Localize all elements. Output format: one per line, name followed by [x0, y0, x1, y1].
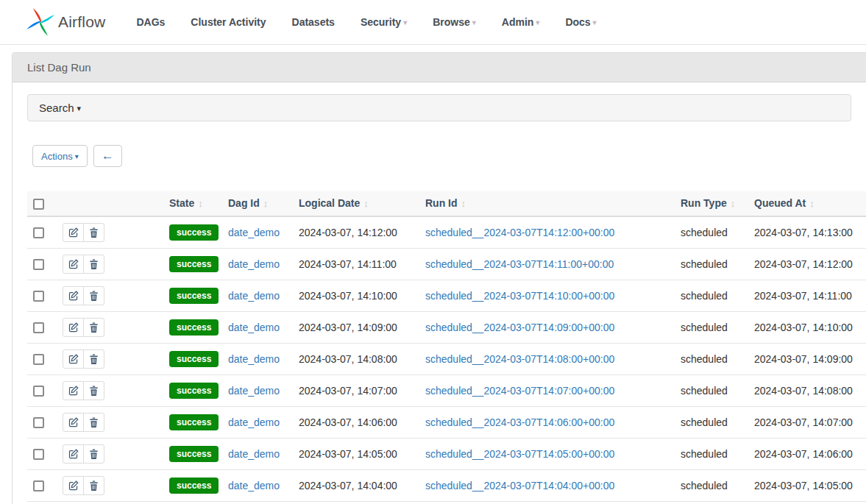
column-header-state[interactable]: State↕	[163, 191, 222, 216]
trash-icon	[89, 386, 99, 396]
run-id-link[interactable]: scheduled__2024-03-07T14:05:00+00:00	[425, 448, 614, 460]
row-checkbox[interactable]	[33, 480, 44, 491]
row-checkbox[interactable]	[33, 354, 44, 365]
state-badge: success	[169, 288, 219, 304]
edit-record-button[interactable]	[63, 381, 84, 400]
run-id-link[interactable]: scheduled__2024-03-07T14:04:00+00:00	[425, 480, 614, 491]
row-checkbox[interactable]	[33, 449, 44, 460]
row-checkbox[interactable]	[33, 259, 44, 270]
chevron-down-icon: ▾	[75, 152, 79, 160]
queued-at-value: 2024-03-07, 14:06:00	[754, 448, 853, 460]
nav-item[interactable]: Browse▾	[433, 16, 476, 28]
sort-icon[interactable]: ↕	[731, 198, 736, 209]
logical-date-value: 2024-03-07, 14:12:00	[299, 227, 397, 238]
nav-item[interactable]: Admin▾	[502, 16, 540, 28]
airflow-brand[interactable]: Airflow	[25, 7, 105, 38]
queued-at-value: 2024-03-07, 14:11:00	[754, 290, 852, 302]
delete-record-button[interactable]	[83, 476, 104, 495]
trash-icon	[89, 449, 99, 459]
panel-body: Search▾ Actions▾ ← State↕ Dag Id↕	[13, 94, 866, 504]
row-actions	[63, 286, 104, 305]
sort-icon[interactable]: ↕	[809, 198, 814, 209]
sort-icon[interactable]: ↕	[461, 198, 466, 209]
edit-icon	[68, 227, 79, 238]
edit-icon	[68, 291, 79, 301]
nav-item[interactable]: Security▾	[361, 16, 407, 28]
trash-icon	[89, 480, 99, 491]
state-badge: success	[169, 351, 219, 367]
delete-record-button[interactable]	[83, 381, 104, 400]
dag-id-link[interactable]: date_demo	[228, 385, 280, 397]
column-header-queued-at[interactable]: Queued At↕	[748, 191, 866, 216]
logical-date-value: 2024-03-07, 14:07:00	[299, 385, 397, 397]
dag-id-link[interactable]: date_demo	[228, 227, 280, 238]
state-badge: success	[169, 478, 219, 494]
run-id-link[interactable]: scheduled__2024-03-07T14:10:00+00:00	[425, 290, 614, 302]
dag-id-link[interactable]: date_demo	[228, 353, 280, 365]
top-navbar: Airflow DAGs Cluster Activity Datasets S…	[0, 0, 866, 45]
row-checkbox[interactable]	[33, 227, 44, 238]
dag-id-link[interactable]: date_demo	[228, 448, 280, 460]
trash-icon	[89, 354, 99, 364]
state-badge: success	[169, 319, 219, 336]
table-row: success date_demo 2024-03-07, 14:04:00 s…	[27, 469, 866, 501]
dag-id-link[interactable]: date_demo	[228, 290, 280, 302]
column-header-dag-id[interactable]: Dag Id↕	[222, 191, 293, 216]
sort-icon[interactable]: ↕	[198, 198, 203, 209]
delete-record-button[interactable]	[83, 318, 104, 337]
edit-record-button[interactable]	[63, 318, 84, 337]
table-row: success date_demo 2024-03-07, 14:10:00 s…	[27, 280, 866, 311]
edit-record-button[interactable]	[63, 413, 84, 432]
delete-record-button[interactable]	[83, 444, 104, 464]
edit-record-button[interactable]	[63, 349, 84, 369]
table-row: success date_demo 2024-03-07, 14:03:00 s…	[27, 501, 866, 504]
edit-record-button[interactable]	[63, 223, 84, 242]
nav-item[interactable]: Cluster Activity	[191, 16, 266, 28]
back-button[interactable]: ←	[93, 145, 122, 167]
run-id-link[interactable]: scheduled__2024-03-07T14:12:00+00:00	[425, 227, 614, 238]
run-type-value: scheduled	[681, 322, 728, 333]
column-header-run-id[interactable]: Run Id↕	[419, 191, 675, 216]
queued-at-value: 2024-03-07, 14:10:00	[754, 322, 853, 333]
run-type-value: scheduled	[681, 290, 728, 302]
actions-dropdown-button[interactable]: Actions▾	[32, 145, 88, 167]
row-checkbox[interactable]	[33, 386, 44, 397]
search-collapse-toggle[interactable]: Search▾	[27, 94, 851, 121]
nav-item[interactable]: Docs▾	[565, 16, 596, 28]
brand-name: Airflow	[58, 13, 105, 31]
dag-id-link[interactable]: date_demo	[228, 258, 280, 270]
run-id-link[interactable]: scheduled__2024-03-07T14:11:00+00:00	[425, 258, 614, 270]
select-all-checkbox[interactable]	[33, 199, 44, 210]
row-actions	[63, 349, 104, 369]
row-checkbox[interactable]	[33, 291, 44, 302]
state-badge: success	[169, 383, 219, 399]
run-id-link[interactable]: scheduled__2024-03-07T14:07:00+00:00	[425, 385, 614, 397]
delete-record-button[interactable]	[83, 413, 104, 432]
row-checkbox[interactable]	[33, 322, 44, 333]
nav-item[interactable]: DAGs	[136, 16, 165, 28]
delete-record-button[interactable]	[83, 286, 104, 305]
column-header-logical-date[interactable]: Logical Date↕	[293, 191, 419, 216]
row-checkbox[interactable]	[33, 417, 44, 428]
sort-icon[interactable]: ↕	[263, 198, 269, 209]
run-id-link[interactable]: scheduled__2024-03-07T14:06:00+00:00	[425, 416, 614, 428]
airflow-pinwheel-logo-icon	[25, 7, 56, 38]
trash-icon	[89, 322, 99, 333]
edit-record-button[interactable]	[63, 286, 84, 305]
delete-record-button[interactable]	[83, 255, 104, 274]
chevron-down-icon: ▾	[403, 18, 407, 26]
edit-record-button[interactable]	[63, 476, 84, 495]
dag-id-link[interactable]: date_demo	[228, 416, 280, 428]
delete-record-button[interactable]	[83, 349, 104, 369]
dag-id-link[interactable]: date_demo	[228, 322, 280, 333]
edit-icon	[68, 386, 79, 396]
run-id-link[interactable]: scheduled__2024-03-07T14:09:00+00:00	[425, 322, 614, 333]
sort-icon[interactable]: ↕	[363, 198, 369, 209]
delete-record-button[interactable]	[83, 223, 104, 242]
nav-item[interactable]: Datasets	[292, 16, 335, 28]
edit-record-button[interactable]	[63, 444, 84, 464]
edit-record-button[interactable]	[63, 255, 84, 274]
dag-id-link[interactable]: date_demo	[228, 480, 280, 491]
column-header-run-type[interactable]: Run Type↕	[675, 191, 748, 216]
run-id-link[interactable]: scheduled__2024-03-07T14:08:00+00:00	[425, 353, 614, 365]
